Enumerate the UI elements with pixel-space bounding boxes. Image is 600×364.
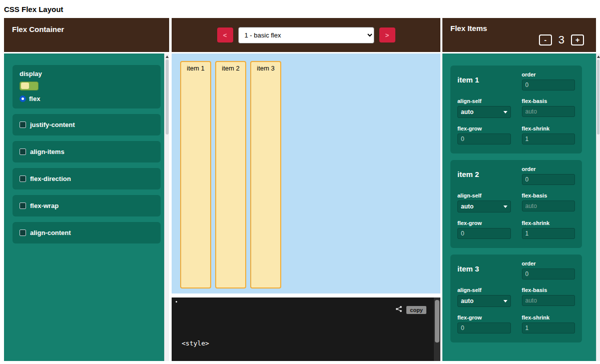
align-self-field: align-self auto [457, 98, 511, 118]
property-row-flex-wrap: flex-wrap [13, 195, 161, 216]
code-controls: copy [395, 306, 426, 314]
code-scrollbar[interactable] [434, 298, 440, 361]
item-title: item 2 [457, 170, 511, 178]
flex-grow-input[interactable] [457, 228, 511, 239]
flex-basis-field: flex-basis [522, 287, 575, 307]
item-card-1: item 1 order align-self auto flex-basis [450, 66, 582, 154]
display-section: display flex [13, 65, 161, 108]
order-field: order [522, 260, 575, 280]
order-label: order [522, 72, 575, 78]
item-count: 3 [558, 34, 564, 46]
flex-grow-field: flex-grow [457, 220, 511, 239]
code-dot [176, 301, 177, 302]
flex-grow-field: flex-grow [457, 314, 511, 334]
item-card-3: item 3 order align-self auto flex-basis [450, 254, 582, 342]
preview-flex-item: item 2 [215, 61, 246, 288]
flex-wrap-label: flex-wrap [30, 202, 59, 210]
flex-basis-input[interactable] [522, 200, 575, 212]
align-self-select-wrap: auto [457, 295, 511, 307]
example-nav-bar: < 1 - basic flex > [172, 18, 440, 52]
right-panel-scrollbar[interactable] [596, 54, 600, 361]
flex-container-header: Flex Container [4, 18, 169, 52]
property-row-align-items: align-items [13, 141, 161, 162]
flex-direction-label: flex-direction [30, 175, 71, 182]
justify-content-label: justify-content [30, 121, 75, 128]
flex-shrink-input[interactable] [522, 134, 575, 144]
flex-grow-field: flex-grow [457, 126, 511, 144]
item-title-cell: item 2 [457, 166, 511, 185]
flex-shrink-label: flex-shrink [522, 220, 575, 226]
order-input[interactable] [522, 268, 575, 280]
flex-grow-label: flex-grow [457, 314, 511, 320]
align-self-select-wrap: auto [457, 200, 511, 212]
flex-container-title: Flex Container [12, 25, 64, 34]
align-self-select[interactable]: auto [457, 200, 511, 212]
order-input[interactable] [522, 174, 575, 185]
share-icon[interactable] [395, 306, 402, 314]
preview-column: < 1 - basic flex > item 1 item 2 item 3 [172, 18, 440, 361]
align-self-select[interactable]: auto [457, 106, 511, 118]
example-select[interactable]: 1 - basic flex [238, 27, 374, 44]
remove-item-button[interactable]: - [539, 34, 552, 46]
code-line: <style> [182, 338, 440, 348]
flex-items-panel: Flex Items - 3 + item 1 order align-self [442, 18, 600, 361]
flex-basis-input[interactable] [522, 106, 575, 117]
flex-items-body: item 1 order align-self auto flex-basis [442, 54, 600, 361]
flex-direction-checkbox[interactable] [20, 176, 26, 182]
flex-grow-input[interactable] [457, 134, 511, 144]
display-toggle[interactable] [20, 82, 39, 90]
item-title-cell: item 3 [457, 260, 511, 280]
flex-shrink-input[interactable] [522, 228, 575, 239]
scrollbar-thumb[interactable] [166, 60, 169, 134]
align-content-label: align-content [30, 229, 71, 236]
item-title: item 3 [457, 264, 511, 273]
align-content-checkbox[interactable] [20, 230, 26, 236]
flex-wrap-checkbox[interactable] [20, 202, 26, 209]
flex-container-panel: Flex Container display flex justify-cont… [4, 18, 169, 361]
property-row-flex-direction: flex-direction [13, 168, 161, 190]
code-scrollbar-thumb[interactable] [435, 300, 439, 342]
next-example-button[interactable]: > [379, 28, 395, 42]
scroll-up-arrow-icon[interactable] [166, 56, 169, 58]
align-items-checkbox[interactable] [20, 148, 26, 155]
align-self-select-wrap: auto [457, 106, 511, 118]
add-item-button[interactable]: + [571, 34, 584, 46]
code-output: copy <style> .flex-container { display: … [172, 298, 440, 361]
item-title: item 1 [457, 76, 511, 84]
left-panel-scrollbar[interactable] [164, 54, 169, 361]
flex-basis-label: flex-basis [522, 192, 575, 198]
align-self-select[interactable]: auto [457, 295, 511, 307]
order-field: order [522, 166, 575, 185]
flex-basis-label: flex-basis [522, 98, 575, 104]
flex-basis-input[interactable] [522, 295, 575, 306]
flex-shrink-label: flex-shrink [522, 126, 575, 132]
flex-shrink-label: flex-shrink [522, 314, 575, 320]
scrollbar-thumb[interactable] [597, 60, 599, 134]
flex-preview-container: item 1 item 2 item 3 [172, 54, 440, 294]
scroll-up-arrow-icon[interactable] [597, 56, 600, 58]
copy-button[interactable]: copy [406, 306, 426, 314]
flex-basis-field: flex-basis [522, 98, 575, 118]
flex-shrink-field: flex-shrink [522, 314, 575, 334]
main-layout: Flex Container display flex justify-cont… [0, 18, 600, 361]
flex-basis-field: flex-basis [522, 192, 575, 212]
flex-container-body: display flex justify-content align-items [4, 54, 169, 361]
flex-items-title: Flex Items [450, 24, 588, 32]
order-input[interactable] [522, 80, 575, 90]
property-row-align-content: align-content [13, 222, 161, 244]
prev-example-button[interactable]: < [217, 28, 233, 42]
item-card-2: item 2 order align-self auto flex-basis [450, 160, 582, 248]
flex-shrink-input[interactable] [522, 322, 575, 334]
justify-content-checkbox[interactable] [20, 122, 26, 128]
item-counter: - 3 + [450, 34, 588, 46]
align-self-label: align-self [457, 287, 511, 293]
preview-flex-item: item 3 [250, 61, 281, 288]
flex-items-header: Flex Items - 3 + [442, 18, 596, 52]
order-label: order [522, 260, 575, 266]
align-self-field: align-self auto [457, 287, 511, 307]
flex-grow-input[interactable] [457, 322, 511, 334]
flex-radio-label: flex [29, 95, 40, 102]
flex-radio[interactable] [20, 96, 26, 102]
align-self-field: align-self auto [457, 192, 511, 212]
display-label: display [20, 70, 154, 78]
